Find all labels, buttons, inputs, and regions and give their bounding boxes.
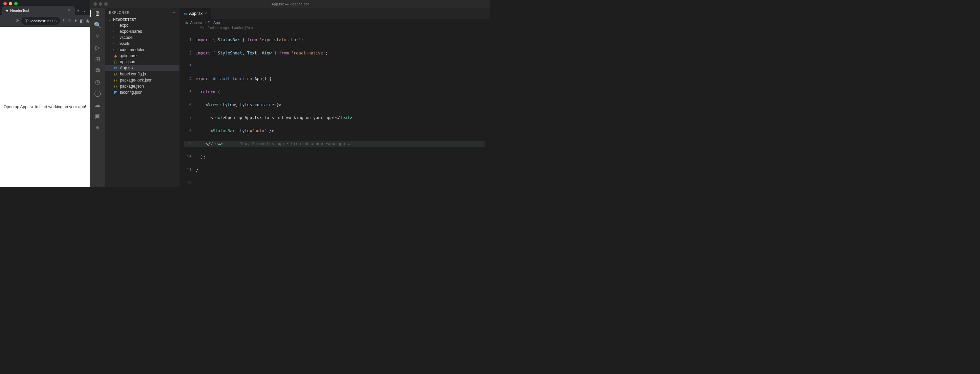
line-number: 5 [184, 89, 196, 95]
tab-title: HeaderTest [10, 8, 64, 13]
tsconfig-icon: ◩ [113, 90, 118, 95]
explorer-label: EXPLORER [109, 11, 130, 14]
folder-assets[interactable]: ›assets [105, 41, 180, 47]
new-tab-button[interactable]: ＋ [75, 8, 82, 14]
line-number: 8 [184, 128, 196, 134]
vscode-minimize-button[interactable] [99, 2, 102, 6]
browser-chrome: ⬘ HeaderTest × ＋ ⌄ ← → ⟳ ⓘ localhost:190… [0, 0, 90, 27]
file-app-tsx[interactable]: TSApp.tsx [105, 65, 180, 71]
file-package-lock[interactable]: {}package-lock.json [105, 77, 180, 83]
browser-window: ⬘ HeaderTest × ＋ ⌄ ← → ⟳ ⓘ localhost:190… [0, 0, 90, 187]
browser-toolbar: ← → ⟳ ⓘ localhost:19006 ⇪ ☆ ✦ ◧ ◉ ⋮ [0, 15, 90, 27]
breadcrumb[interactable]: TS App.tsx › ⬚ App [180, 19, 490, 26]
browser-viewport: Open up App.tsx to start working on your… [0, 27, 90, 187]
browser-tab-active[interactable]: ⬘ HeaderTest × [2, 6, 75, 15]
close-window-button[interactable] [3, 2, 7, 5]
file-label: .expo-shared [119, 29, 142, 34]
file-app-json[interactable]: {}app.json [105, 59, 180, 65]
file-label: tsconfig.json [120, 90, 143, 95]
tab-dropdown-button[interactable]: ⌄ [82, 8, 88, 13]
run-debug-icon[interactable]: ▷ [90, 44, 105, 51]
ts-icon: TS [113, 67, 118, 70]
cloud-icon[interactable]: ☁ [90, 101, 105, 109]
github-icon[interactable]: ◯ [90, 90, 105, 97]
file-label: node_modules [119, 48, 145, 52]
explorer-more-button[interactable]: ⋯ [172, 11, 175, 14]
line-number: 12 [184, 179, 196, 186]
folder-expo-shared[interactable]: ›.expo-shared [105, 29, 180, 35]
tab-close-button[interactable]: × [66, 8, 72, 13]
live-share-icon[interactable]: ◷ [90, 78, 105, 86]
source-control-icon[interactable]: ⑂ [90, 33, 105, 40]
project-root[interactable]: ⌄ HEADERTEST [105, 17, 180, 22]
line-number: 2 [184, 50, 196, 57]
file-label: assets [119, 41, 130, 46]
codelens[interactable]: You, 2 minutes ago | 1 author (You) [180, 26, 490, 30]
file-label: package.json [120, 84, 144, 89]
file-babel-config[interactable]: Bbabel.config.js [105, 71, 180, 77]
minimize-window-button[interactable] [9, 2, 12, 5]
file-package-json[interactable]: {}package.json [105, 83, 180, 89]
docker-icon[interactable]: ▣ [90, 113, 105, 120]
reload-button[interactable]: ⟳ [16, 18, 19, 23]
editor-area: TS App.tsx × TS App.tsx › ⬚ App You, 2 m… [180, 8, 490, 187]
folder-node-modules[interactable]: ›node_modules [105, 47, 180, 53]
vscode-window-title: App.tsx — HeaderTest [271, 2, 309, 6]
file-label: .gitignore [120, 54, 137, 58]
maximize-window-button[interactable] [14, 2, 18, 5]
chevron-right-icon: › [205, 21, 206, 25]
browser-titlebar [0, 0, 90, 6]
forward-button[interactable]: → [9, 18, 14, 23]
bookmark-button[interactable]: ☆ [68, 18, 72, 23]
code-editor[interactable]: 1import { StatusBar } from 'expo-status-… [180, 30, 490, 187]
address-port: :19006 [45, 19, 57, 23]
inline-blame: You, 2 minutes ago • Created a new Expo … [240, 141, 350, 146]
app-root-text: Open up App.tsx to start working on your… [4, 105, 86, 109]
file-label: app.json [120, 60, 135, 64]
editor-tab-close-button[interactable]: × [205, 11, 207, 16]
editor-tab-label: App.tsx [189, 11, 202, 16]
breadcrumb-file: App.tsx [190, 21, 203, 25]
file-label: .vscode [119, 35, 132, 40]
traffic-lights [3, 2, 18, 5]
sidepanel-button[interactable]: ◧ [80, 18, 84, 23]
vscode-titlebar: App.tsx — HeaderTest [90, 0, 490, 8]
remote-icon[interactable]: ⧉ [90, 67, 105, 74]
vscode-close-button[interactable] [94, 2, 97, 6]
chevron-right-icon: › [113, 24, 116, 27]
site-info-icon[interactable]: ⓘ [25, 18, 29, 23]
chevron-down-icon: ⌄ [108, 18, 112, 22]
line-number: 9 [184, 141, 196, 147]
editor-tab-app-tsx[interactable]: TS App.tsx × [180, 8, 211, 19]
vscode-window: App.tsx — HeaderTest 🗎 🔍 ⑂ ▷ ⊞ ⧉ ◷ ◯ ☁ ▣… [90, 0, 490, 187]
file-label: App.tsx [120, 66, 134, 70]
address-bar[interactable]: ⓘ localhost:19006 [21, 17, 60, 25]
chevron-right-icon: › [113, 42, 116, 45]
explorer-sidebar: EXPLORER ⋯ ⌄ HEADERTEST ›.expo ›.expo-sh… [105, 8, 180, 187]
explorer-icon[interactable]: 🗎 [90, 10, 105, 17]
json-icon: {} [113, 60, 118, 64]
profile-button[interactable]: ◉ [86, 18, 89, 23]
vscode-traffic-lights [94, 2, 108, 6]
json-icon: {} [113, 84, 118, 88]
line-number: 1 [184, 37, 196, 43]
ts-icon: TS [184, 21, 188, 24]
file-label: package-lock.json [120, 78, 153, 82]
file-tsconfig[interactable]: ◩tsconfig.json [105, 89, 180, 95]
kubernetes-icon[interactable]: ⎈ [90, 124, 105, 131]
line-number: 6 [184, 102, 196, 108]
vscode-maximize-button[interactable] [104, 2, 108, 6]
line-number: 11 [184, 167, 196, 173]
extensions-icon[interactable]: ⊞ [90, 55, 105, 63]
chevron-right-icon: › [113, 36, 116, 39]
extensions-button[interactable]: ✦ [74, 18, 78, 23]
back-button[interactable]: ← [3, 18, 7, 23]
file-gitignore[interactable]: ◆.gitignore [105, 53, 180, 59]
folder-vscode[interactable]: ›.vscode [105, 35, 180, 41]
folder-expo[interactable]: ›.expo [105, 22, 180, 29]
file-tree: ›.expo ›.expo-shared ›.vscode ›assets ›n… [105, 22, 180, 187]
share-button[interactable]: ⇪ [62, 18, 66, 23]
search-icon[interactable]: 🔍 [90, 21, 105, 29]
json-icon: {} [113, 78, 118, 82]
symbol-icon: ⬚ [208, 20, 211, 25]
